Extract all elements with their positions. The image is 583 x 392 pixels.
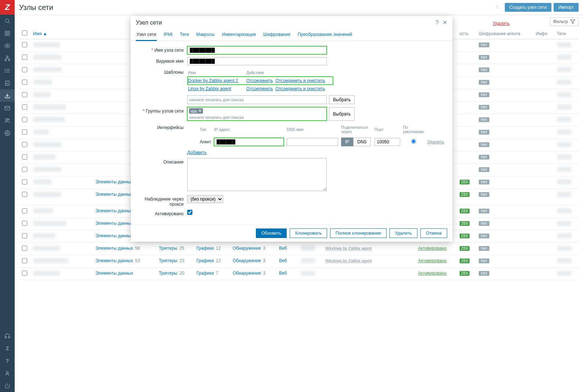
delete-button[interactable]: Удалить xyxy=(390,228,417,238)
conn-ip-button[interactable]: IP xyxy=(341,138,353,146)
unlink-clear-link[interactable]: Отсоединить и очистить xyxy=(275,86,325,91)
conn-dns-button[interactable]: DNS xyxy=(353,138,370,146)
row-checkbox[interactable] xyxy=(22,129,27,135)
unlink-link[interactable]: Отсоединить xyxy=(246,86,273,91)
row-checkbox[interactable] xyxy=(22,233,27,238)
triggers-link[interactable]: Триггеры xyxy=(159,258,178,263)
hierarchy-icon[interactable] xyxy=(0,52,15,65)
z-icon[interactable]: Z xyxy=(0,342,15,355)
create-host-button[interactable]: Создать узел сети xyxy=(505,3,551,12)
clone-button[interactable]: Клонировать xyxy=(290,228,327,238)
status-link[interactable]: Активировано xyxy=(418,246,447,251)
iface-delete-link[interactable]: Удалить xyxy=(427,139,444,144)
groups-input[interactable]: vps✕ начните печатать для поиска xyxy=(187,107,327,121)
tab-tags[interactable]: Теги xyxy=(179,29,189,41)
user-icon[interactable] xyxy=(0,367,15,380)
status-link[interactable]: Активировано xyxy=(418,258,447,263)
power-icon[interactable] xyxy=(0,380,15,392)
import-icon[interactable] xyxy=(0,89,15,102)
template-link[interactable]: Windows by Zabbix agent xyxy=(326,246,372,250)
template-link[interactable]: Windows by Zabbix agent xyxy=(326,259,372,263)
users-icon[interactable] xyxy=(0,114,15,127)
proxy-select[interactable]: (без прокси) xyxy=(187,195,223,203)
report-icon[interactable] xyxy=(0,77,15,89)
full-clone-button[interactable]: Полное клонирование xyxy=(330,228,387,238)
cancel-button[interactable]: Отмена xyxy=(420,228,447,238)
items-link[interactable]: Элементы данных xyxy=(95,271,133,276)
update-button[interactable]: Обновить xyxy=(256,228,287,238)
search-icon[interactable] xyxy=(0,15,15,27)
description-textarea[interactable] xyxy=(187,158,327,191)
modal-help-icon[interactable]: ? xyxy=(435,19,439,26)
remove-tag-icon[interactable]: ✕ xyxy=(198,109,202,113)
unlink-clear-link[interactable]: Отсоединить и очистить xyxy=(275,78,325,83)
discovery-link[interactable]: Обнаружение xyxy=(233,258,261,263)
discovery-link[interactable]: Обнаружение xyxy=(233,246,261,251)
iface-port-input[interactable] xyxy=(374,138,400,146)
logo[interactable]: Z xyxy=(0,0,15,15)
template-link[interactable]: Linux by Zabbix agent xyxy=(188,86,231,91)
items-link[interactable]: Элементы данных xyxy=(95,233,133,238)
row-checkbox[interactable] xyxy=(22,167,27,172)
tab-encryption[interactable]: Шифрование xyxy=(262,29,291,41)
help-icon[interactable]: ? xyxy=(496,5,498,10)
row-checkbox[interactable] xyxy=(22,105,27,110)
template-select-button[interactable]: Выбрать xyxy=(329,95,355,104)
row-checkbox[interactable] xyxy=(22,117,27,122)
enabled-checkbox[interactable] xyxy=(187,210,192,215)
import-button[interactable]: Импорт xyxy=(554,3,579,12)
web-link[interactable]: Веб xyxy=(279,246,287,251)
row-checkbox[interactable] xyxy=(22,154,27,160)
row-checkbox[interactable] xyxy=(22,192,27,197)
modal-close-icon[interactable]: ✕ xyxy=(442,19,447,26)
row-checkbox[interactable] xyxy=(22,55,27,60)
items-link[interactable]: Элементы данных xyxy=(95,208,133,213)
gear-icon[interactable] xyxy=(0,127,15,139)
row-checkbox[interactable] xyxy=(22,246,27,251)
items-link[interactable]: Элементы данных xyxy=(95,192,133,197)
tab-macros[interactable]: Макросы xyxy=(196,29,216,41)
triggers-link[interactable]: Триггеры xyxy=(159,246,178,251)
dashboard-icon[interactable] xyxy=(0,27,15,40)
eye-icon[interactable] xyxy=(0,40,15,52)
web-link[interactable]: Веб xyxy=(279,271,287,276)
row-checkbox[interactable] xyxy=(22,92,27,97)
col-name[interactable]: Имя ▲ xyxy=(33,31,47,36)
row-checkbox[interactable] xyxy=(22,221,27,226)
tab-ipmi[interactable]: IPMI xyxy=(163,29,173,41)
hostname-input[interactable] xyxy=(187,46,327,54)
support-icon[interactable] xyxy=(0,330,15,342)
list-icon[interactable] xyxy=(0,65,15,77)
triggers-link[interactable]: Триггеры xyxy=(159,271,178,276)
row-checkbox[interactable] xyxy=(22,208,27,213)
row-checkbox[interactable] xyxy=(22,80,27,85)
row-checkbox[interactable] xyxy=(22,67,27,72)
graphs-link[interactable]: Графики xyxy=(196,246,214,251)
select-all-checkbox[interactable] xyxy=(22,30,27,36)
unlink-link[interactable]: Отсоединить xyxy=(246,78,273,83)
groups-select-button[interactable]: Выбрать xyxy=(329,107,355,121)
tab-inventory[interactable]: Инвентаризация xyxy=(221,29,257,41)
graphs-link[interactable]: Графики xyxy=(196,271,214,276)
status-link[interactable]: Активировано xyxy=(418,271,447,276)
mail-icon[interactable] xyxy=(0,102,15,114)
row-checkbox[interactable] xyxy=(22,179,27,184)
tab-valuemaps[interactable]: Преобразование значений xyxy=(297,29,353,41)
visible-name-input[interactable] xyxy=(187,57,327,65)
row-checkbox[interactable] xyxy=(22,258,27,263)
row-checkbox[interactable] xyxy=(22,42,27,47)
tab-host[interactable]: Узел сети xyxy=(136,29,157,41)
iface-default-radio[interactable] xyxy=(411,139,416,144)
items-link[interactable]: Элементы данных xyxy=(95,179,133,184)
row-checkbox[interactable] xyxy=(22,271,27,276)
iface-ip-input[interactable] xyxy=(214,138,284,146)
items-link[interactable]: Элементы данных xyxy=(95,221,133,226)
add-interface-link[interactable]: Добавить xyxy=(187,150,207,155)
help-icon[interactable]: ? xyxy=(0,355,15,367)
discovery-link[interactable]: Обнаружение xyxy=(233,271,261,276)
graphs-link[interactable]: Графики xyxy=(196,258,214,263)
iface-dns-input[interactable] xyxy=(287,138,338,146)
web-link[interactable]: Веб xyxy=(279,258,287,263)
template-link[interactable]: Docker by Zabbix agent 2 xyxy=(188,78,238,83)
items-link[interactable]: Элементы данных xyxy=(95,258,133,263)
